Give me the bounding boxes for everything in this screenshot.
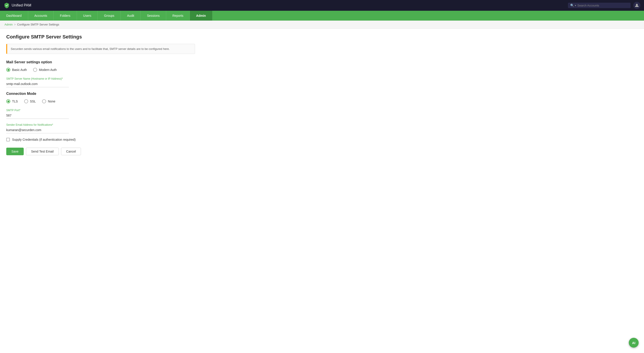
modern-auth-option[interactable]: Modern Auth — [33, 68, 56, 72]
none-label: None — [48, 100, 55, 103]
auth-radio-group: Basic Auth Modern Auth — [6, 68, 195, 72]
nav-item-folders[interactable]: Folders — [54, 11, 77, 21]
search-icon-wrap: 🔍 ▾ — [570, 4, 576, 7]
modern-auth-radio[interactable] — [33, 68, 37, 72]
mail-server-section: Mail Server settings option Basic Auth M… — [6, 60, 195, 72]
smtp-port-input[interactable] — [6, 113, 69, 119]
app-title: Unified PAM — [12, 3, 31, 8]
nav-item-audit[interactable]: Audit — [121, 11, 141, 21]
ssl-label: SSL — [30, 100, 36, 103]
tls-radio[interactable] — [6, 99, 10, 103]
smtp-port-label: SMTP Port* — [6, 109, 195, 112]
user-icon[interactable] — [633, 2, 640, 9]
sender-email-label: Sender Email Address for Notifications* — [6, 123, 195, 126]
search-area[interactable]: 🔍 ▾ — [568, 3, 630, 8]
cancel-button[interactable]: Cancel — [61, 148, 81, 155]
none-option[interactable]: None — [42, 99, 55, 103]
nav-item-reports[interactable]: Reports — [166, 11, 190, 21]
breadcrumb-parent-link[interactable]: Admin — [4, 23, 13, 26]
breadcrumb-separator: > — [14, 23, 16, 26]
supply-credentials-row: Supply Credentials (if authentication re… — [6, 138, 195, 141]
connection-section: Connection Mode TLS SSL None — [6, 92, 195, 103]
smtp-server-label: SMTP Server Name (Hostname or IP Address… — [6, 77, 195, 80]
mail-server-section-title: Mail Server settings option — [6, 60, 195, 64]
svg-point-0 — [636, 4, 638, 6]
app-logo-icon — [4, 2, 10, 9]
topbar-right: 🔍 ▾ — [568, 2, 640, 9]
sender-email-input[interactable] — [6, 127, 69, 133]
info-banner: Securden sends various email notificatio… — [6, 44, 195, 54]
basic-auth-option[interactable]: Basic Auth — [6, 68, 27, 72]
breadcrumb: Admin > Configure SMTP Server Settings — [0, 21, 644, 29]
search-icon: 🔍 — [570, 4, 574, 7]
basic-auth-label: Basic Auth — [12, 68, 27, 72]
nav-item-admin[interactable]: Admin — [190, 11, 212, 21]
topbar: Unified PAM 🔍 ▾ — [0, 0, 644, 11]
none-radio[interactable] — [42, 99, 46, 103]
main-content: Configure SMTP Server Settings Securden … — [0, 29, 201, 161]
navbar: Dashboard Accounts Folders Users Groups … — [0, 11, 644, 21]
nav-item-sessions[interactable]: Sessions — [141, 11, 166, 21]
user-avatar-icon — [635, 3, 639, 8]
sender-email-field-group: Sender Email Address for Notifications* — [6, 123, 195, 133]
modern-auth-label: Modern Auth — [39, 68, 56, 72]
button-row: Save Send Test Email Cancel — [6, 148, 195, 155]
ssl-radio[interactable] — [24, 99, 28, 103]
supply-credentials-label: Supply Credentials (if authentication re… — [12, 138, 76, 141]
smtp-server-input[interactable] — [6, 81, 69, 87]
tls-label: TLS — [12, 100, 18, 103]
nav-item-groups[interactable]: Groups — [98, 11, 121, 21]
supply-credentials-checkbox[interactable] — [6, 138, 10, 141]
ssl-option[interactable]: SSL — [24, 99, 36, 103]
connection-section-title: Connection Mode — [6, 92, 195, 96]
nav-item-dashboard[interactable]: Dashboard — [0, 11, 28, 21]
smtp-port-field-group: SMTP Port* — [6, 109, 195, 119]
nav-item-users[interactable]: Users — [77, 11, 98, 21]
tls-option[interactable]: TLS — [6, 99, 18, 103]
breadcrumb-current: Configure SMTP Server Settings — [17, 23, 59, 26]
topbar-left: Unified PAM — [4, 2, 31, 9]
send-test-email-button[interactable]: Send Test Email — [26, 148, 59, 155]
page-title: Configure SMTP Server Settings — [6, 34, 195, 40]
basic-auth-radio[interactable] — [6, 68, 10, 72]
nav-item-accounts[interactable]: Accounts — [28, 11, 54, 21]
search-input[interactable] — [577, 4, 626, 7]
smtp-server-field-group: SMTP Server Name (Hostname or IP Address… — [6, 77, 195, 87]
save-button[interactable]: Save — [6, 148, 24, 155]
search-dropdown-icon[interactable]: ▾ — [575, 4, 576, 7]
connection-radio-group: TLS SSL None — [6, 99, 195, 103]
